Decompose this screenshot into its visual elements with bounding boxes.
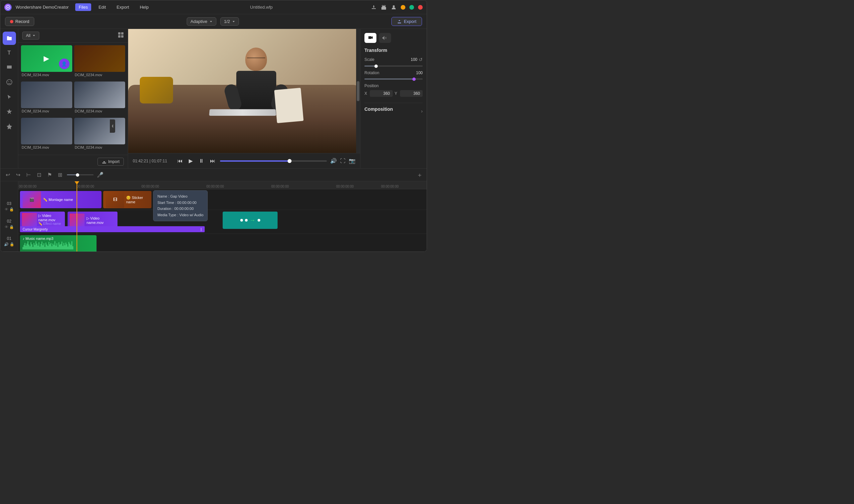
svg-rect-2 — [382, 6, 386, 7]
gap-video-tooltip: Name : Gap Video Start Time : 00:00:00:0… — [153, 190, 208, 221]
zoom-dropdown[interactable]: 1/2 — [220, 17, 239, 25]
screenshot-button[interactable]: 📷 — [349, 158, 355, 164]
close-button[interactable] — [418, 5, 423, 10]
list-item[interactable]: ▶ 👤 DCIM_0234.mov — [21, 45, 72, 79]
rotation-slider[interactable] — [364, 78, 423, 79]
menu-edit[interactable]: Edit — [95, 3, 109, 11]
list-item[interactable]: DCIM_0234.mov — [74, 82, 125, 116]
list-item[interactable]: DCIM_0234.mov — [21, 82, 72, 116]
y-value[interactable]: 360 — [400, 90, 423, 97]
timeline-content: 03 👁 🔒 02 👁 🔒 01 🔊 — [0, 181, 427, 252]
crop-button[interactable]: ⊡ — [36, 171, 42, 179]
fullscreen-button[interactable]: ⛶ — [340, 158, 345, 164]
adaptive-dropdown[interactable]: Adaptive — [187, 17, 216, 25]
split-button[interactable]: ⊢ — [25, 171, 32, 179]
panel-tabs — [364, 33, 423, 43]
playhead-triangle — [74, 181, 79, 185]
skip-back-button[interactable]: ⏮ — [176, 157, 184, 165]
playhead[interactable] — [76, 181, 77, 252]
clip-montage[interactable]: 🎬 ✏️ Montage name — [20, 191, 102, 208]
menu-files[interactable]: Files — [75, 3, 91, 11]
y-label: Y — [395, 91, 398, 96]
timeline-scroll-area[interactable]: 00:00:00:00 00:00:00:00 00:00:00:00 00:0… — [18, 181, 427, 252]
sidebar-item-effects[interactable] — [3, 105, 16, 118]
menu-help[interactable]: Help — [137, 3, 152, 11]
secondary-toolbar: Record Adaptive 1/2 Export — [0, 14, 427, 29]
waveform — [23, 241, 94, 250]
tab-video[interactable] — [364, 33, 376, 43]
media-thumbnail — [74, 82, 125, 108]
tooltip-media-label: Media Type : — [157, 213, 179, 217]
dot3 — [257, 219, 260, 221]
maximize-button[interactable] — [409, 5, 414, 10]
svg-rect-1 — [381, 7, 386, 10]
composite-button[interactable]: ⊞ — [57, 171, 64, 179]
download-icon[interactable] — [371, 4, 377, 10]
media-panel-footer: Import — [18, 155, 128, 168]
svg-point-0 — [6, 5, 10, 9]
media-grid: ▶ 👤 DCIM_0234.mov DCIM_0234.mov D — [18, 42, 128, 155]
progress-bar[interactable] — [220, 160, 327, 162]
preview-area: 01:42:21 | 01:07:11 ⏮ ▶ ⏸ ⏭ 🔊 ⛶ 📷 — [128, 29, 360, 168]
minimize-button[interactable] — [401, 5, 405, 10]
tooltip-start-label: Start Time : — [157, 201, 177, 204]
effect-label: ✏️ Effect name — [38, 222, 63, 226]
sidebar-item-emoji[interactable] — [3, 75, 16, 89]
tab-audio[interactable] — [379, 33, 391, 43]
play-button[interactable]: ▶ — [188, 157, 194, 165]
sidebar-item-pin[interactable] — [3, 120, 16, 133]
redo-button[interactable]: ↪ — [15, 171, 22, 179]
skip-forward-button[interactable]: ⏭ — [209, 157, 217, 165]
clip-music-label: ♪ Music name.mp3 — [23, 236, 53, 240]
svg-rect-11 — [102, 163, 106, 163]
pause-button[interactable]: ⏸ — [197, 157, 205, 165]
clip-sticker[interactable]: 🎞 😊 Sticker name — [103, 191, 152, 208]
main-content: T All — [0, 29, 427, 168]
media-thumbnail — [74, 45, 125, 72]
scale-slider[interactable] — [364, 66, 423, 67]
volume-button[interactable]: 🔊 — [330, 158, 337, 164]
track-row-01: ♪ Music name.mp3 — [18, 234, 427, 252]
media-thumbnail — [74, 118, 125, 144]
list-item[interactable]: DCIM_0234.mov — [21, 118, 72, 152]
list-item[interactable]: DCIM_0234.mov — [74, 45, 125, 79]
media-item-label: DCIM_0234.mov — [74, 144, 125, 150]
add-track-button[interactable]: ＋ — [417, 171, 423, 179]
zoom-thumb[interactable] — [76, 173, 79, 177]
user-icon[interactable] — [391, 4, 397, 10]
reset-scale-button[interactable]: ↺ — [419, 57, 423, 62]
record-indicator — [10, 20, 13, 23]
progress-thumb[interactable] — [287, 159, 291, 163]
left-sidebar: T — [0, 29, 18, 168]
media-view-toggle[interactable] — [118, 32, 124, 39]
media-thumbnail — [21, 118, 72, 144]
playback-controls: 01:42:21 | 01:07:11 ⏮ ▶ ⏸ ⏭ 🔊 ⛶ 📷 — [128, 153, 360, 168]
gift-icon[interactable] — [381, 4, 387, 10]
zoom-slider[interactable] — [67, 174, 93, 175]
app-logo — [4, 4, 12, 11]
sidebar-item-text[interactable]: T — [3, 46, 16, 59]
export-button[interactable]: Export — [391, 17, 422, 26]
list-item[interactable]: DCIM_0234.mov — [74, 118, 125, 152]
sidebar-item-files[interactable] — [3, 32, 16, 45]
sidebar-item-cursor[interactable] — [3, 90, 16, 104]
x-value[interactable]: 360 — [370, 90, 393, 97]
marker-button[interactable]: ⚑ — [46, 171, 53, 179]
sidebar-item-speech[interactable] — [3, 61, 16, 74]
clip-music[interactable]: ♪ Music name.mp3 — [20, 235, 96, 252]
clip-video3[interactable]: → — [223, 212, 278, 229]
cursor-bar-label: Cursur Margrerty — [23, 228, 48, 231]
composition-collapse-button[interactable]: › — [421, 108, 423, 114]
cursor-bar[interactable]: Cursur Margrerty ‖ — [20, 226, 205, 232]
tooltip-name-value: Gap Video — [171, 194, 188, 198]
undo-button[interactable]: ↩ — [4, 171, 11, 179]
import-button[interactable]: Import — [97, 158, 124, 166]
record-button[interactable]: Record — [5, 17, 34, 26]
panel-collapse-arrow[interactable] — [110, 120, 115, 133]
menu-export[interactable]: Export — [113, 3, 132, 11]
dot2 — [245, 219, 248, 221]
clip-video3-dots: → — [240, 217, 260, 224]
microphone-button[interactable]: 🎤 — [97, 172, 104, 178]
right-panel: Transform Scale 100 ↺ Rotation 100 — [360, 29, 427, 168]
media-filter-dropdown[interactable]: All — [22, 32, 39, 40]
